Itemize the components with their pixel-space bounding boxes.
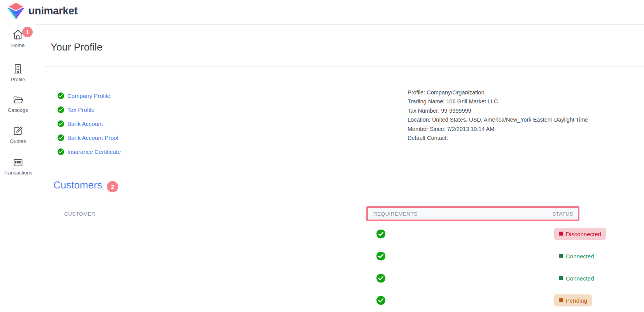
company-profile-link[interactable]: Company Profile: [67, 92, 110, 99]
unimarket-cube-icon: [7, 2, 25, 20]
open-folder-icon: [12, 94, 24, 105]
edit-pencil-icon: [12, 125, 23, 136]
status-label: Connected: [566, 275, 594, 281]
table-row: Pending: [0, 289, 644, 311]
location-line: Location: United States, USD, America/Ne…: [408, 115, 588, 124]
status-square-icon: [559, 254, 563, 258]
requirements-check-icon: [376, 296, 385, 305]
title-divider: [45, 66, 644, 66]
status-label: Pending: [566, 297, 587, 303]
list-item: Bank Account Proof: [58, 131, 121, 145]
tax-number-line: Tax Number: 99-9999999: [408, 106, 588, 115]
table-row: Connected: [0, 245, 644, 267]
app-root: unimarket Home Profile: [0, 0, 644, 312]
annotation-step-2-badge: 2: [107, 181, 118, 192]
bank-account-link[interactable]: Bank Account: [67, 120, 103, 127]
customers-heading: Customers: [53, 179, 102, 191]
column-header-status: STATUS: [552, 211, 573, 217]
sidebar-item-label: Transactions: [4, 170, 32, 176]
annotation-step-1-badge: 1: [22, 27, 33, 37]
column-header-requirements: REQUIREMENTS: [373, 211, 418, 217]
check-circle-icon: [58, 106, 64, 113]
status-square-icon: [559, 232, 563, 236]
sidebar-item-transactions[interactable]: Transactions: [0, 157, 36, 176]
requirements-check-icon: [376, 251, 385, 260]
tax-profile-link[interactable]: Tax Profile: [67, 106, 94, 113]
sidebar-item-label: Catalogs: [8, 107, 28, 113]
list-item: Bank Account: [58, 117, 121, 131]
brand-logo[interactable]: unimarket: [7, 2, 77, 20]
trading-name-line: Trading Name: 106 Grill Market LLC: [408, 97, 588, 106]
brand-wordmark: unimarket: [28, 5, 77, 17]
profile-summary: Profile: Company/Organization Trading Na…: [408, 88, 588, 143]
default-contact-line: Default Contact:: [408, 134, 588, 143]
sidebar-item-profile[interactable]: Profile: [0, 63, 36, 82]
status-label: Connected: [566, 253, 594, 259]
sidebar-item-label: Profile: [11, 77, 25, 82]
profile-requirements-list: Company Profile Tax Profile Bank Account…: [58, 89, 121, 159]
sidebar-item-quotes[interactable]: Quotes: [0, 125, 36, 144]
table-row: Disconnected: [0, 223, 644, 245]
status-label: Disconnected: [566, 230, 601, 237]
header-divider: [36, 24, 644, 24]
member-since-line: Member Since: 7/2/2013 10:14 AM: [408, 125, 588, 134]
list-icon: [13, 157, 23, 168]
status-badge: Disconnected: [554, 228, 606, 240]
annotation-highlight-box: REQUIREMENTS STATUS: [366, 206, 579, 221]
sidebar-item-catalogs[interactable]: Catalogs: [0, 94, 36, 113]
status-square-icon: [559, 298, 563, 302]
status-badge: Pending: [554, 294, 592, 306]
list-item: Insurance Certificate: [58, 145, 121, 159]
profile-type-line: Profile: Company/Organization: [408, 88, 588, 97]
check-circle-icon: [58, 134, 64, 141]
status-square-icon: [559, 276, 563, 280]
list-item: Company Profile: [58, 89, 121, 103]
requirements-check-icon: [376, 229, 385, 238]
page-title: Your Profile: [51, 41, 102, 53]
sidebar-item-label: Quotes: [10, 138, 26, 144]
status-badge: Connected: [554, 250, 599, 262]
sidebar-item-label: Home: [11, 42, 25, 48]
check-circle-icon: [58, 92, 64, 99]
table-row: Connected: [0, 267, 644, 289]
bank-account-proof-link[interactable]: Bank Account Proof: [67, 134, 119, 141]
column-header-customer: CUSTOMER: [64, 211, 95, 217]
list-item: Tax Profile: [58, 103, 121, 117]
building-icon: [12, 63, 23, 75]
customers-table-body: Disconnected Connected Connected Pending: [0, 223, 644, 311]
check-circle-icon: [58, 120, 64, 127]
status-badge: Connected: [554, 272, 599, 284]
check-circle-icon: [58, 148, 64, 155]
insurance-certificate-link[interactable]: Insurance Certificate: [67, 148, 121, 155]
requirements-check-icon: [376, 274, 385, 282]
